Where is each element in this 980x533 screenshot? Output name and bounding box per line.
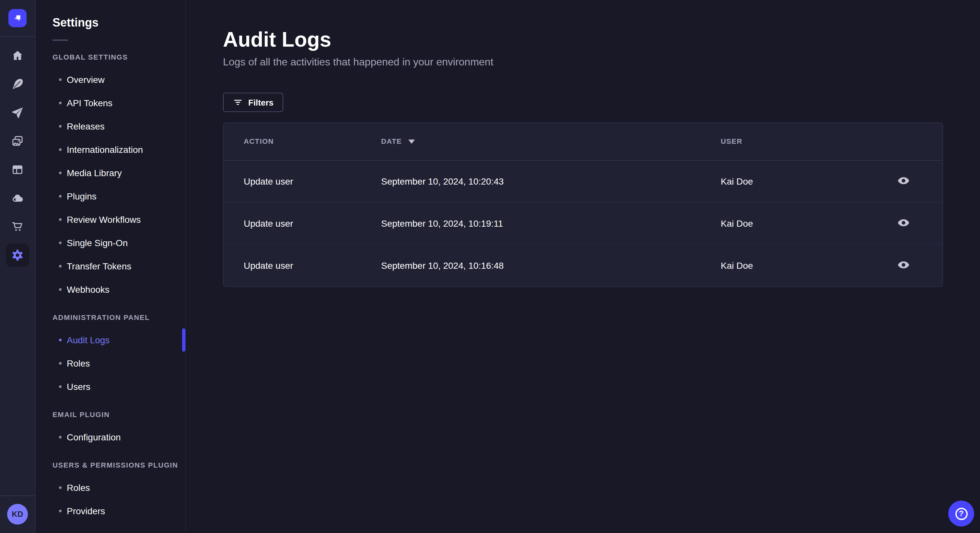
section-label: EMAIL PLUGIN: [36, 409, 185, 420]
strapi-admin-app: KD Settings GLOBAL SETTINGS Overview API…: [0, 0, 980, 533]
audit-logs-table: ACTION DATE USER: [224, 123, 942, 286]
bullet-icon: [59, 241, 62, 244]
bullet-icon: [59, 218, 62, 221]
sidebar-item-label: Review Workflows: [67, 214, 141, 225]
sidebar-item-api-tokens[interactable]: API Tokens: [36, 91, 185, 115]
home-icon: [11, 49, 24, 62]
sidebar-item-label: Media Library: [67, 168, 122, 178]
section-global-settings: GLOBAL SETTINGS Overview API Tokens Rele…: [36, 52, 185, 301]
active-item-indicator: [182, 328, 185, 352]
sidebar-title: Settings: [36, 0, 185, 30]
table-row[interactable]: Update user September 10, 2024, 10:20:43…: [224, 160, 942, 202]
bullet-icon: [59, 171, 62, 174]
sidebar-item-audit-logs[interactable]: Audit Logs: [36, 328, 185, 352]
cell-date: September 10, 2024, 10:19:11: [381, 202, 721, 244]
section-users-permissions-plugin: USERS & PERMISSIONS PLUGIN Roles Provide…: [36, 460, 185, 523]
main-nav-rail: KD: [0, 0, 36, 533]
view-details-button[interactable]: [896, 257, 911, 273]
strapi-logo-glyph: [12, 13, 23, 23]
rail-item-content-manager[interactable]: [3, 70, 32, 98]
view-details-button[interactable]: [896, 215, 911, 230]
sidebar-item-label: Users: [67, 381, 91, 392]
sidebar-item-webhooks[interactable]: Webhooks: [36, 278, 185, 301]
question-mark-icon: ?: [955, 508, 967, 520]
section-administration-panel: ADMINISTRATION PANEL Audit Logs Roles Us…: [36, 312, 185, 398]
sidebar-item-review-workflows[interactable]: Review Workflows: [36, 208, 185, 231]
column-header-user: USER: [721, 123, 879, 160]
sidebar-item-admin-users[interactable]: Users: [36, 375, 185, 398]
rail-item-media-library[interactable]: [3, 127, 32, 155]
sidebar-item-overview[interactable]: Overview: [36, 68, 185, 91]
bullet-icon: [59, 125, 62, 128]
sidebar-item-internationalization[interactable]: Internationalization: [36, 138, 185, 161]
help-button[interactable]: ?: [948, 501, 974, 527]
section-label: GLOBAL SETTINGS: [36, 52, 185, 62]
eye-icon: [897, 174, 910, 187]
rail-nav-items: [3, 41, 32, 270]
rail-item-cloud[interactable]: [3, 184, 32, 213]
main-content: Audit Logs Logs of all the activities th…: [186, 0, 980, 533]
section-item-list: Audit Logs Roles Users: [36, 328, 185, 398]
sidebar-item-up-providers[interactable]: Providers: [36, 499, 185, 523]
section-item-list: Configuration: [36, 425, 185, 449]
sidebar-item-single-sign-on[interactable]: Single Sign-On: [36, 231, 185, 254]
filter-icon: [233, 97, 243, 108]
table-row[interactable]: Update user September 10, 2024, 10:19:11…: [224, 202, 942, 244]
bullet-icon: [59, 102, 62, 104]
sidebar-item-admin-roles[interactable]: Roles: [36, 352, 185, 375]
cell-user: Kai Doe: [721, 244, 879, 286]
filters-button-label: Filters: [248, 97, 274, 107]
cell-user: Kai Doe: [721, 160, 879, 202]
sidebar-item-label: Internationalization: [67, 144, 143, 155]
section-item-list: Overview API Tokens Releases Internation…: [36, 68, 185, 301]
user-avatar[interactable]: KD: [7, 504, 28, 525]
rail-item-content-type-builder[interactable]: [3, 155, 32, 184]
sort-desc-icon: [408, 139, 415, 144]
page-subtitle: Logs of all the activities that happened…: [223, 56, 944, 69]
section-item-list: Roles Providers: [36, 476, 185, 523]
logo-slot: [0, 0, 35, 37]
bullet-icon: [59, 362, 62, 365]
sidebar-item-label: Roles: [67, 482, 90, 493]
sidebar-item-up-roles[interactable]: Roles: [36, 476, 185, 499]
table-header-row: ACTION DATE USER: [224, 123, 942, 160]
feather-icon: [11, 78, 24, 90]
sidebar-item-label: Plugins: [67, 191, 97, 201]
filters-button[interactable]: Filters: [223, 93, 283, 112]
bullet-icon: [59, 195, 62, 198]
sidebar-item-label: Overview: [67, 75, 105, 85]
sidebar-item-plugins[interactable]: Plugins: [36, 185, 185, 208]
column-header-date-label: DATE: [381, 138, 402, 145]
cell-date: September 10, 2024, 10:16:48: [381, 244, 721, 286]
sidebar-title-divider: [52, 40, 68, 41]
bullet-icon: [59, 510, 62, 512]
bullet-icon: [59, 78, 62, 81]
bullet-icon: [59, 339, 62, 341]
table-row[interactable]: Update user September 10, 2024, 10:16:48…: [224, 244, 942, 286]
bullet-icon: [59, 265, 62, 268]
bullet-icon: [59, 436, 62, 438]
sidebar-item-label: Audit Logs: [67, 335, 110, 345]
eye-icon: [897, 259, 910, 272]
sidebar-item-email-configuration[interactable]: Configuration: [36, 425, 185, 449]
cell-date: September 10, 2024, 10:20:43: [381, 160, 721, 202]
sidebar-item-releases[interactable]: Releases: [36, 115, 185, 138]
rail-item-marketplace[interactable]: [3, 213, 32, 241]
sidebar-item-label: Roles: [67, 358, 90, 368]
sidebar-item-media-library[interactable]: Media Library: [36, 161, 185, 185]
rail-item-home[interactable]: [3, 41, 32, 70]
view-details-button[interactable]: [896, 173, 911, 189]
cloud-icon: [11, 192, 24, 205]
rail-item-releases[interactable]: [3, 98, 32, 127]
layout-icon: [11, 163, 24, 176]
section-label: ADMINISTRATION PANEL: [36, 312, 185, 322]
rail-item-settings[interactable]: [3, 241, 32, 270]
audit-logs-table-panel: ACTION DATE USER: [223, 122, 943, 287]
column-header-date[interactable]: DATE: [381, 123, 721, 160]
bullet-icon: [59, 486, 62, 489]
settings-active-background: [6, 244, 29, 267]
cell-action: Update user: [224, 160, 381, 202]
sidebar-item-transfer-tokens[interactable]: Transfer Tokens: [36, 254, 185, 278]
strapi-logo-icon[interactable]: [8, 9, 27, 27]
bullet-icon: [59, 385, 62, 388]
